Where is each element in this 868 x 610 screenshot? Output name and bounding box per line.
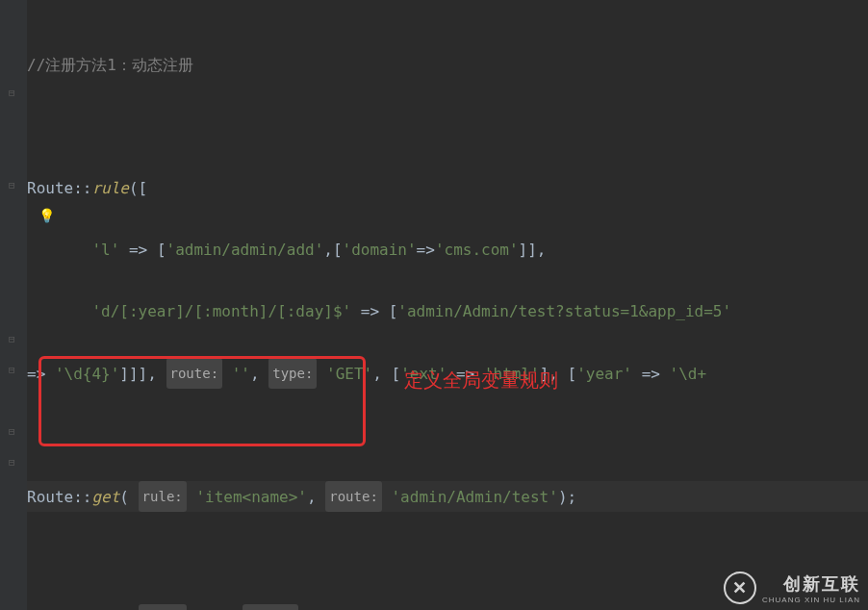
param-hint: rule: (139, 481, 187, 512)
code-line: 'd/[:year]/[:month]/[:day]$' => ['admin/… (27, 296, 868, 327)
watermark-title: 创新互联 (762, 572, 860, 596)
watermark-logo-icon: ✕ (724, 572, 756, 604)
param-hint: route: (243, 604, 299, 610)
code-editor[interactable]: //注册方法1：动态注册 Route::rule([ 'l' => ['admi… (27, 0, 868, 610)
watermark: ✕ 创新互联 CHUANG XIN HU LIAN (724, 572, 860, 604)
watermark-subtitle: CHUANG XIN HU LIAN (762, 596, 860, 604)
code-line: Route::rule([ (27, 173, 868, 204)
code-line: 'l' => ['admin/admin/add',['domain'=>'cm… (27, 235, 868, 266)
class-name: Route (27, 179, 73, 197)
code-line: Route::get( rule: '/', route: 'http://ba… (27, 604, 868, 610)
param-hint: rule: (139, 604, 187, 610)
method: rule (91, 179, 129, 197)
route-path: 'admin/Admin/test?status=1&app_id=5' (397, 302, 731, 320)
fold-icon[interactable]: ⊟ (9, 456, 18, 466)
param-hint: type: (268, 358, 317, 389)
fold-icon[interactable]: ⊟ (9, 364, 18, 373)
code-line (27, 543, 868, 573)
param-hint: route: (166, 358, 223, 389)
fold-icon[interactable]: ⊟ (9, 333, 18, 343)
code-line: //注册方法1：动态注册 (27, 50, 868, 81)
fold-icon[interactable]: ⊟ (9, 87, 18, 96)
fold-icon[interactable]: ⊟ (9, 425, 18, 435)
route-path: 'admin/admin/add' (166, 241, 324, 259)
comment: //注册方法1：动态注册 (27, 56, 193, 74)
key: 'd/[:year]/[:month]/[:day]$' (91, 302, 351, 320)
annotation-label: 定义全局变量规则 (404, 368, 558, 394)
fold-icon[interactable]: ⊟ (9, 179, 18, 189)
code-line (27, 112, 868, 142)
code-line (27, 419, 868, 450)
key: 'l' (91, 241, 119, 259)
param-hint: route: (325, 481, 382, 512)
code-line-current: Route::get( rule: 'item<name>', route: '… (27, 481, 868, 512)
editor-gutter: ⊟ ⊟ ⊟ ⊟ ⊟ ⊟ (0, 0, 27, 610)
